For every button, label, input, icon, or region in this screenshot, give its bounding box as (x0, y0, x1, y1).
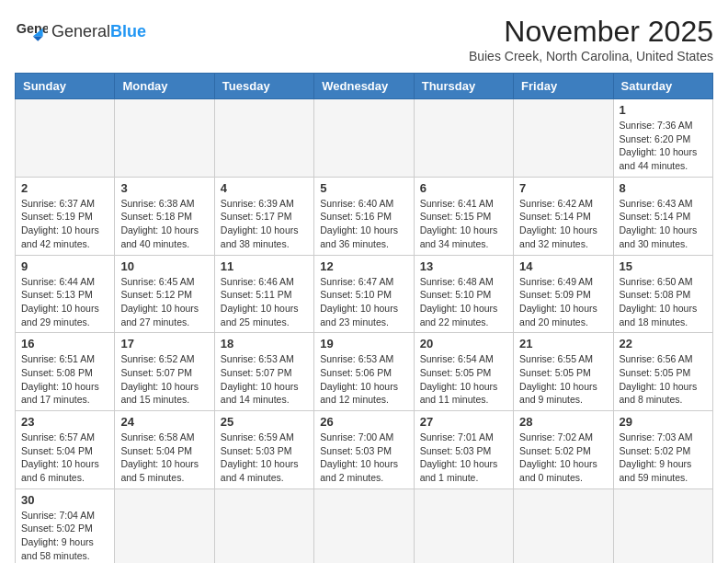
day-number: 20 (420, 337, 507, 350)
calendar-day-cell (314, 488, 414, 563)
calendar-day-cell: 1Sunrise: 7:36 AM Sunset: 6:20 PM Daylig… (613, 99, 712, 178)
page-header: General GeneralBlue November 2025 Buies … (15, 15, 713, 63)
calendar-day-cell: 29Sunrise: 7:03 AM Sunset: 5:02 PM Dayli… (613, 411, 712, 489)
calendar-table: SundayMondayTuesdayWednesdayThursdayFrid… (15, 73, 713, 563)
day-number: 12 (320, 259, 407, 273)
calendar-day-cell: 15Sunrise: 6:50 AM Sunset: 5:08 PM Dayli… (613, 255, 712, 333)
day-number: 22 (620, 337, 707, 350)
calendar-day-cell: 10Sunrise: 6:45 AM Sunset: 5:12 PM Dayli… (115, 255, 214, 333)
logo-icon: General (15, 15, 48, 48)
day-number: 13 (420, 259, 507, 273)
calendar-day-cell: 5Sunrise: 6:40 AM Sunset: 5:16 PM Daylig… (314, 177, 414, 255)
day-info: Sunrise: 6:44 AM Sunset: 5:13 PM Dayligh… (21, 275, 108, 329)
day-info: Sunrise: 6:55 AM Sunset: 5:05 PM Dayligh… (519, 352, 607, 407)
day-number: 24 (120, 415, 208, 429)
day-number: 23 (21, 415, 108, 429)
calendar-day-cell: 6Sunrise: 6:41 AM Sunset: 5:15 PM Daylig… (414, 177, 513, 255)
calendar-day-cell: 23Sunrise: 6:57 AM Sunset: 5:04 PM Dayli… (16, 411, 115, 489)
day-number: 3 (120, 181, 208, 195)
calendar-week-row: 9Sunrise: 6:44 AM Sunset: 5:13 PM Daylig… (16, 255, 713, 333)
calendar-day-cell (514, 488, 613, 563)
calendar-week-row: 1Sunrise: 7:36 AM Sunset: 6:20 PM Daylig… (16, 99, 713, 178)
day-info: Sunrise: 6:43 AM Sunset: 5:14 PM Dayligh… (620, 197, 707, 251)
svg-text:General: General (17, 21, 48, 36)
calendar-day-header: Tuesday (214, 74, 313, 99)
calendar-day-cell: 19Sunrise: 6:53 AM Sunset: 5:06 PM Dayli… (314, 333, 414, 411)
day-number: 21 (519, 337, 607, 350)
calendar-day-header: Monday (115, 74, 214, 99)
day-number: 25 (221, 415, 308, 429)
calendar-day-cell: 4Sunrise: 6:39 AM Sunset: 5:17 PM Daylig… (214, 177, 313, 255)
calendar-week-row: 16Sunrise: 6:51 AM Sunset: 5:08 PM Dayli… (16, 333, 713, 411)
calendar-day-cell: 27Sunrise: 7:01 AM Sunset: 5:03 PM Dayli… (414, 411, 513, 489)
day-info: Sunrise: 6:39 AM Sunset: 5:17 PM Dayligh… (221, 197, 308, 251)
calendar-day-cell: 28Sunrise: 7:02 AM Sunset: 5:02 PM Dayli… (514, 411, 613, 489)
day-info: Sunrise: 6:59 AM Sunset: 5:03 PM Dayligh… (221, 431, 308, 485)
calendar-body: 1Sunrise: 7:36 AM Sunset: 6:20 PM Daylig… (16, 99, 713, 564)
day-info: Sunrise: 6:56 AM Sunset: 5:05 PM Dayligh… (620, 352, 707, 407)
day-number: 4 (221, 181, 308, 195)
day-info: Sunrise: 6:42 AM Sunset: 5:14 PM Dayligh… (519, 197, 607, 251)
day-info: Sunrise: 7:36 AM Sunset: 6:20 PM Dayligh… (620, 119, 707, 173)
day-info: Sunrise: 6:54 AM Sunset: 5:05 PM Dayligh… (420, 352, 507, 407)
day-number: 10 (120, 259, 208, 273)
day-info: Sunrise: 6:37 AM Sunset: 5:19 PM Dayligh… (21, 197, 108, 251)
calendar-day-header: Friday (514, 74, 613, 99)
calendar-day-cell: 30Sunrise: 7:04 AM Sunset: 5:02 PM Dayli… (16, 488, 115, 563)
day-number: 11 (221, 259, 308, 273)
day-info: Sunrise: 6:58 AM Sunset: 5:04 PM Dayligh… (120, 431, 208, 485)
calendar-day-cell: 20Sunrise: 6:54 AM Sunset: 5:05 PM Dayli… (414, 333, 513, 411)
day-number: 19 (320, 337, 407, 350)
day-number: 15 (620, 259, 707, 273)
calendar-title: November 2025 (469, 15, 713, 49)
calendar-subtitle: Buies Creek, North Carolina, United Stat… (469, 49, 713, 63)
calendar-day-header: Saturday (613, 74, 712, 99)
calendar-day-header: Wednesday (314, 74, 414, 99)
svg-marker-2 (33, 36, 43, 40)
calendar-day-cell: 25Sunrise: 6:59 AM Sunset: 5:03 PM Dayli… (214, 411, 313, 489)
calendar-week-row: 30Sunrise: 7:04 AM Sunset: 5:02 PM Dayli… (16, 488, 713, 563)
calendar-week-row: 2Sunrise: 6:37 AM Sunset: 5:19 PM Daylig… (16, 177, 713, 255)
day-number: 16 (21, 337, 108, 350)
calendar-day-cell: 13Sunrise: 6:48 AM Sunset: 5:10 PM Dayli… (414, 255, 513, 333)
calendar-day-cell (314, 99, 414, 178)
calendar-day-cell (115, 99, 214, 178)
day-number: 9 (21, 259, 108, 273)
day-info: Sunrise: 6:51 AM Sunset: 5:08 PM Dayligh… (21, 352, 108, 407)
day-number: 26 (320, 415, 407, 429)
calendar-day-header: Thursday (414, 74, 513, 99)
day-info: Sunrise: 7:02 AM Sunset: 5:02 PM Dayligh… (519, 431, 607, 485)
day-number: 8 (620, 181, 707, 195)
day-info: Sunrise: 6:49 AM Sunset: 5:09 PM Dayligh… (519, 275, 607, 329)
day-info: Sunrise: 7:04 AM Sunset: 5:02 PM Dayligh… (21, 509, 108, 563)
calendar-day-cell: 12Sunrise: 6:47 AM Sunset: 5:10 PM Dayli… (314, 255, 414, 333)
day-number: 2 (21, 181, 108, 195)
day-number: 29 (620, 415, 707, 429)
calendar-day-cell: 7Sunrise: 6:42 AM Sunset: 5:14 PM Daylig… (514, 177, 613, 255)
day-info: Sunrise: 6:38 AM Sunset: 5:18 PM Dayligh… (120, 197, 208, 251)
day-number: 30 (21, 493, 108, 507)
day-number: 18 (221, 337, 308, 350)
day-info: Sunrise: 6:40 AM Sunset: 5:16 PM Dayligh… (320, 197, 407, 251)
day-number: 1 (620, 103, 707, 117)
day-info: Sunrise: 6:47 AM Sunset: 5:10 PM Dayligh… (320, 275, 407, 329)
day-info: Sunrise: 6:45 AM Sunset: 5:12 PM Dayligh… (120, 275, 208, 329)
calendar-day-cell (613, 488, 712, 563)
calendar-day-cell (514, 99, 613, 178)
day-info: Sunrise: 6:46 AM Sunset: 5:11 PM Dayligh… (221, 275, 308, 329)
day-info: Sunrise: 6:57 AM Sunset: 5:04 PM Dayligh… (21, 431, 108, 485)
title-area: November 2025 Buies Creek, North Carolin… (469, 15, 713, 63)
calendar-day-cell: 3Sunrise: 6:38 AM Sunset: 5:18 PM Daylig… (115, 177, 214, 255)
calendar-day-cell (414, 488, 513, 563)
day-number: 5 (320, 181, 407, 195)
day-info: Sunrise: 6:52 AM Sunset: 5:07 PM Dayligh… (120, 352, 208, 407)
day-number: 27 (420, 415, 507, 429)
day-info: Sunrise: 7:00 AM Sunset: 5:03 PM Dayligh… (320, 431, 407, 485)
calendar-day-cell: 16Sunrise: 6:51 AM Sunset: 5:08 PM Dayli… (16, 333, 115, 411)
day-number: 28 (519, 415, 607, 429)
calendar-day-cell (214, 99, 313, 178)
day-info: Sunrise: 6:53 AM Sunset: 5:07 PM Dayligh… (221, 352, 308, 407)
calendar-day-cell: 9Sunrise: 6:44 AM Sunset: 5:13 PM Daylig… (16, 255, 115, 333)
calendar-day-cell: 18Sunrise: 6:53 AM Sunset: 5:07 PM Dayli… (214, 333, 313, 411)
day-info: Sunrise: 6:41 AM Sunset: 5:15 PM Dayligh… (420, 197, 507, 251)
